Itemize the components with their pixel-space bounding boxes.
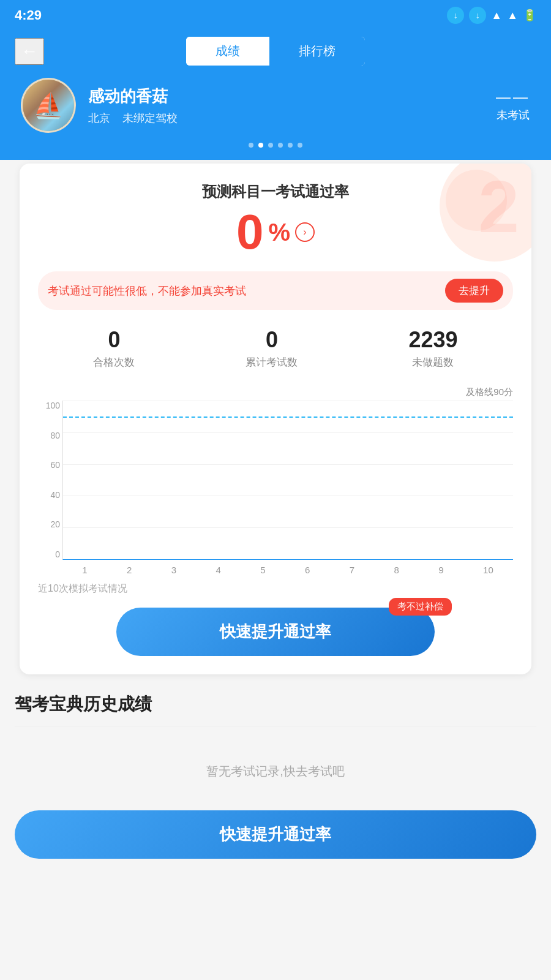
grid-line-60 — [63, 464, 513, 465]
y-label-80: 80 — [39, 431, 60, 440]
grid-lines — [63, 401, 513, 559]
user-school: 未绑定驾校 — [122, 112, 178, 124]
user-location: 北京 — [88, 112, 110, 124]
x-axis-labels: 1 2 3 4 5 6 7 8 9 10 — [62, 560, 513, 575]
wifi-icon: ▲ — [491, 9, 502, 22]
chart-area: 100 80 60 40 20 0 — [62, 401, 513, 560]
x-label-2: 2 — [127, 565, 132, 575]
y-label-60: 60 — [39, 460, 60, 470]
percent-number: 0 — [236, 208, 264, 257]
cta-badge: 考不过补偿 — [389, 598, 452, 616]
bottom-cta-button[interactable]: 快速提升通过率 — [15, 810, 536, 859]
tab-ranking[interactable]: 排行榜 — [269, 37, 365, 66]
exam-status: —— 未考试 — [496, 88, 530, 123]
download-icon-1: ↓ — [447, 7, 464, 24]
x-label-1: 1 — [82, 565, 87, 575]
improve-button[interactable]: 去提升 — [445, 279, 503, 303]
stat-undone: 2239 未做题数 — [408, 327, 457, 369]
header: ← 成绩 排行榜 感动的香菇 北京 未绑定驾校 —— 未考试 — [0, 31, 551, 160]
grid-line-20 — [63, 527, 513, 528]
warning-text: 考试通过可能性很低，不能参加真实考试 — [48, 284, 246, 298]
exam-status-label: 未考试 — [496, 108, 530, 123]
no-record-text: 暂无考试记录,快去考试吧 — [15, 751, 536, 798]
dot-1 — [249, 143, 253, 148]
warning-bar: 考试通过可能性很低，不能参加真实考试 去提升 — [38, 271, 513, 310]
y-axis-labels: 100 80 60 40 20 0 — [39, 401, 60, 559]
status-icons: ↓ ↓ ▲ ▲ 🔋 — [447, 7, 536, 24]
download-icon-2: ↓ — [469, 7, 486, 24]
stat-qualified: 0 合格次数 — [93, 327, 135, 369]
dot-6 — [298, 143, 302, 148]
x-label-6: 6 — [305, 565, 310, 575]
x-label-7: 7 — [350, 565, 354, 575]
y-label-100: 100 — [39, 401, 60, 410]
stat-total-exams-label: 累计考试数 — [246, 355, 298, 369]
prediction-title: 预测科目一考试通过率 — [38, 182, 513, 202]
card-wrapper: 2 预测科目一考试通过率 0 % › 考试通过可能性很低，不能参加真实考试 去提… — [0, 164, 551, 674]
grid-line-80 — [63, 432, 513, 433]
prediction-card: 2 预测科目一考试通过率 0 % › 考试通过可能性很低，不能参加真实考试 去提… — [20, 164, 531, 674]
stat-undone-num: 2239 — [408, 327, 457, 353]
grid-line-40 — [63, 496, 513, 496]
back-button[interactable]: ← — [15, 38, 44, 65]
y-label-20: 20 — [39, 519, 60, 529]
user-name: 感动的香菇 — [88, 86, 484, 107]
exam-status-dash: —— — [496, 88, 530, 105]
cta-wrapper: 考不过补偿 快速提升通过率 — [38, 608, 513, 656]
bottom-cta-wrapper: 快速提升通过率 — [0, 810, 551, 877]
stat-qualified-label: 合格次数 — [93, 355, 135, 369]
tab-switcher: 成绩 排行榜 — [186, 37, 365, 66]
x-label-3: 3 — [171, 565, 176, 575]
tab-scores[interactable]: 成绩 — [186, 37, 269, 66]
passing-line — [63, 417, 513, 418]
history-divider — [15, 726, 536, 726]
user-info: 感动的香菇 北京 未绑定驾校 — [88, 86, 484, 126]
x-label-5: 5 — [260, 565, 265, 575]
stats-row: 0 合格次数 0 累计考试数 2239 未做题数 — [38, 327, 513, 369]
grid-line-100 — [63, 401, 513, 401]
avatar — [21, 78, 76, 133]
chart-passing-label: 及格线90分 — [38, 386, 513, 398]
percent-arrow-icon[interactable]: › — [295, 222, 315, 242]
history-title: 驾考宝典历史成绩 — [15, 693, 536, 716]
dot-2 — [258, 143, 263, 148]
x-label-8: 8 — [394, 565, 399, 575]
x-label-10: 10 — [483, 565, 493, 575]
percent-sign: % — [268, 219, 290, 246]
status-time: 4:29 — [15, 7, 42, 23]
x-label-9: 9 — [438, 565, 443, 575]
dot-3 — [268, 143, 273, 148]
stat-total-exams: 0 累计考试数 — [246, 327, 298, 369]
signal-icon: ▲ — [507, 9, 518, 22]
big-percent-display: 0 % › — [38, 208, 513, 257]
page-dots — [15, 143, 536, 148]
cta-button[interactable]: 快速提升通过率 — [116, 608, 435, 656]
y-label-0: 0 — [39, 549, 60, 559]
dot-4 — [278, 143, 283, 148]
avatar-image — [23, 80, 74, 131]
chart-container: 及格线90分 100 80 60 40 20 0 — [38, 386, 513, 575]
battery-icon: 🔋 — [523, 9, 536, 22]
user-row: 感动的香菇 北京 未绑定驾校 —— 未考试 — [15, 78, 536, 133]
chart-note: 近10次模拟考试情况 — [38, 582, 513, 595]
nav-row: ← 成绩 排行榜 — [15, 37, 536, 66]
y-label-40: 40 — [39, 490, 60, 500]
x-label-4: 4 — [216, 565, 221, 575]
status-bar: 4:29 ↓ ↓ ▲ ▲ 🔋 — [0, 0, 551, 31]
user-location-school: 北京 未绑定驾校 — [88, 111, 484, 126]
stat-total-exams-num: 0 — [246, 327, 298, 353]
stat-qualified-num: 0 — [93, 327, 135, 353]
history-section: 驾考宝典历史成绩 暂无考试记录,快去考试吧 — [0, 674, 551, 810]
dot-5 — [288, 143, 293, 148]
stat-undone-label: 未做题数 — [408, 355, 457, 369]
